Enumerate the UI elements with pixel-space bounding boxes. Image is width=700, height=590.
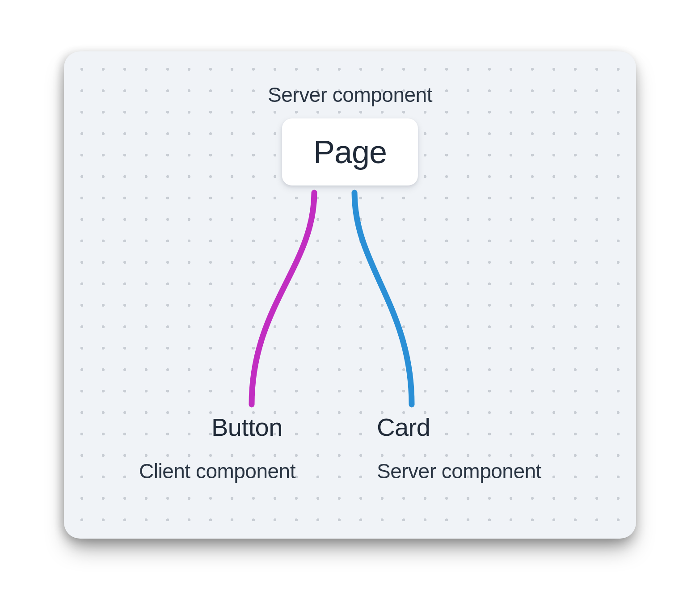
edge-to-card — [354, 193, 412, 405]
child-node-button-name: Button — [211, 413, 283, 442]
child-node-card-type: Server component — [377, 459, 541, 483]
root-node-box: Page — [282, 118, 418, 185]
root-node-name: Page — [313, 134, 387, 170]
child-node-card-name: Card — [377, 413, 430, 442]
diagram-canvas: Server component Page Button Client comp… — [64, 51, 636, 539]
edge-to-button — [252, 193, 314, 405]
root-type-label: Server component — [268, 83, 432, 107]
child-node-button-type: Client component — [139, 459, 295, 483]
